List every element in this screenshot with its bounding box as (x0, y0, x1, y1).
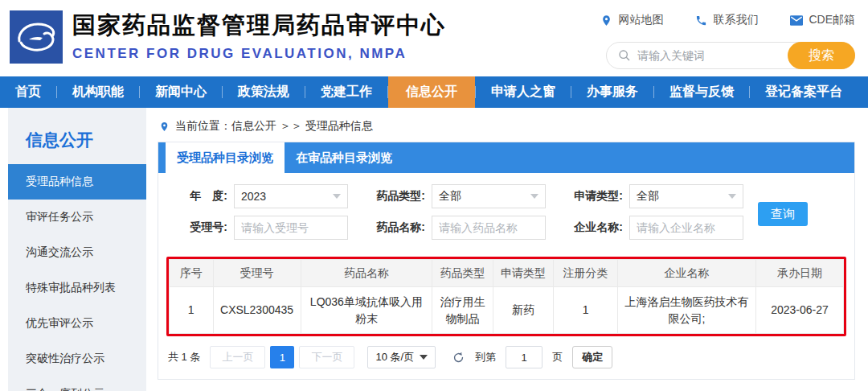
cell-date: 2023-06-27 (755, 287, 843, 334)
sidebar-item-accepted-varieties[interactable]: 受理品种信息 (8, 164, 146, 200)
next-page-button[interactable]: 下一页 (299, 346, 354, 368)
sidebar-item-special-approval[interactable]: 特殊审批品种列表 (8, 270, 146, 306)
col-header-accept-no: 受理号 (213, 260, 301, 287)
pagination: 共 1 条 上一页 1 下一页 10 条/页 到第 页 确定 (158, 336, 854, 368)
goto-unit: 页 (552, 350, 563, 364)
nav-item-party[interactable]: 党建工作 (305, 76, 387, 108)
sidebar-item-three-in-one[interactable]: 三合一序列公示 (8, 377, 146, 391)
chevron-down-icon (530, 194, 538, 199)
year-value: 2023 (241, 190, 266, 203)
cell-drug-type: 治疗用生物制品 (432, 287, 493, 334)
chevron-down-icon (333, 194, 341, 199)
tab-strip: 受理品种目录浏览 在审品种目录浏览 (158, 142, 854, 173)
nav-item-info-disclosure[interactable]: 信息公开 (388, 76, 475, 108)
brand-block: 国家药品监督管理局药品审评中心 CENTER FOR DRUG EVALUATI… (72, 10, 446, 62)
cell-company: 上海洛启生物医药技术有限公司; (617, 287, 755, 334)
search-bar: 搜索 (606, 42, 855, 69)
refresh-icon[interactable] (452, 351, 465, 364)
company-input[interactable] (629, 216, 743, 240)
filter-form: 年 度: 2023 药品类型: 全部 申请类型: 全部 (158, 173, 854, 255)
page-size-value: 10 条/页 (375, 350, 414, 364)
nav-item-registration[interactable]: 登记备案平台 (750, 76, 858, 108)
goto-page-input[interactable] (506, 346, 542, 368)
mailbox-link[interactable]: CDE邮箱 (790, 13, 855, 27)
nav-item-policy[interactable]: 政策法规 (223, 76, 305, 108)
drug-type-label: 药品类型: (366, 189, 425, 204)
sidebar-item-communication[interactable]: 沟通交流公示 (8, 235, 146, 270)
tab-under-review-catalog[interactable]: 在审品种目录浏览 (285, 142, 403, 173)
mailbox-label: CDE邮箱 (809, 13, 855, 27)
apply-type-select[interactable]: 全部 (629, 184, 743, 208)
cell-reg-class: 1 (554, 287, 618, 334)
apply-type-value: 全部 (637, 189, 659, 204)
site-subtitle: CENTER FOR DRUG EVALUATION, NMPA (72, 46, 446, 62)
contact-label: 联系我们 (713, 13, 758, 27)
col-header-reg-class: 注册分类 (554, 260, 618, 287)
year-select[interactable]: 2023 (234, 184, 348, 208)
col-header-drug-name: 药品名称 (301, 260, 432, 287)
table-header-row: 序号 受理号 药品名称 药品类型 申请类型 注册分类 企业名称 承办日期 (170, 260, 844, 287)
sidebar-item-priority-review[interactable]: 优先审评公示 (8, 306, 146, 341)
content-panel: 受理品种目录浏览 在审品种目录浏览 年 度: 2023 药品类型: 全部 申请类… (158, 142, 855, 380)
sidebar-item-breakthrough-therapy[interactable]: 突破性治疗公示 (8, 341, 146, 377)
nav-item-functions[interactable]: 机构职能 (57, 76, 139, 108)
nav-padding (858, 76, 868, 108)
sitemap-link[interactable]: 网站地图 (600, 13, 663, 27)
drug-name-input[interactable] (432, 216, 546, 240)
filter-row-1: 年 度: 2023 药品类型: 全部 申请类型: 全部 (168, 184, 854, 208)
nav-item-news[interactable]: 新闻中心 (140, 76, 222, 108)
cell-seq: 1 (170, 287, 214, 334)
contact-link[interactable]: 联系我们 (695, 13, 758, 27)
breadcrumb: 当前位置：信息公开 ＞＞ 受理品种信息 (158, 108, 855, 142)
accept-no-label: 受理号: (168, 220, 227, 235)
page-body: 信息公开 受理品种信息 审评任务公示 沟通交流公示 特殊审批品种列表 优先审评公… (0, 108, 868, 391)
search-button[interactable]: 搜索 (788, 42, 855, 69)
company-label: 企业名称: (563, 220, 623, 235)
col-header-drug-type: 药品类型 (432, 260, 493, 287)
sidebar-item-review-tasks[interactable]: 审评任务公示 (8, 200, 146, 235)
nav-item-home[interactable]: 首页 (0, 76, 56, 108)
top-links: 网站地图 联系我们 CDE邮箱 (600, 13, 855, 27)
main-nav: 首页 机构职能 新闻中心 政策法规 党建工作 信息公开 申请人之窗 办事服务 监… (0, 76, 868, 108)
confirm-button[interactable]: 确定 (572, 346, 612, 368)
drug-type-select[interactable]: 全部 (432, 184, 546, 208)
site-header: 国家药品监督管理局药品审评中心 CENTER FOR DRUG EVALUATI… (0, 0, 868, 76)
search-input[interactable] (637, 49, 788, 62)
total-count: 共 1 条 (168, 350, 200, 364)
mail-icon (790, 15, 803, 26)
results-table: 序号 受理号 药品名称 药品类型 申请类型 注册分类 企业名称 承办日期 1 (169, 259, 844, 334)
prev-page-button[interactable]: 上一页 (210, 346, 265, 368)
breadcrumb-text: 当前位置：信息公开 ＞＞ 受理品种信息 (175, 119, 373, 134)
cell-accept-no: CXSL2300435 (213, 287, 301, 334)
year-label: 年 度: (168, 189, 227, 204)
page-number-button[interactable]: 1 (270, 346, 294, 368)
col-header-seq: 序号 (170, 260, 214, 287)
col-header-date: 承办日期 (755, 260, 843, 287)
chevron-down-icon (728, 194, 736, 199)
nav-item-applicant[interactable]: 申请人之窗 (476, 76, 571, 108)
highlight-red-box: 序号 受理号 药品名称 药品类型 申请类型 注册分类 企业名称 承办日期 1 (166, 257, 846, 336)
sitemap-label: 网站地图 (618, 13, 663, 27)
nav-item-services[interactable]: 办事服务 (571, 76, 653, 108)
sidebar-title: 信息公开 (8, 121, 146, 164)
cde-logo-icon (10, 10, 63, 64)
goto-label: 到第 (475, 350, 496, 364)
phone-icon (695, 14, 707, 27)
apply-type-label: 申请类型: (563, 189, 623, 204)
nav-item-supervision[interactable]: 监督与反馈 (654, 76, 749, 108)
col-header-apply-type: 申请类型 (493, 260, 554, 287)
main-content: 当前位置：信息公开 ＞＞ 受理品种信息 受理品种目录浏览 在审品种目录浏览 年 … (158, 108, 855, 391)
page-size-select[interactable]: 10 条/页 (367, 346, 436, 368)
cell-drug-name: LQ036单域抗体吸入用粉末 (301, 287, 432, 334)
tab-accepted-catalog[interactable]: 受理品种目录浏览 (166, 142, 285, 173)
filter-row-2: 受理号: 药品名称: 企业名称: (168, 216, 854, 240)
col-header-company: 企业名称 (617, 260, 755, 287)
cell-apply-type: 新药 (493, 287, 554, 334)
table-row: 1 CXSL2300435 LQ036单域抗体吸入用粉末 治疗用生物制品 新药 … (170, 287, 844, 334)
map-pin-icon (600, 14, 612, 27)
site-title: 国家药品监督管理局药品审评中心 (72, 10, 446, 42)
location-pin-icon (159, 121, 170, 133)
query-button[interactable]: 查询 (758, 202, 808, 226)
sidebar: 信息公开 受理品种信息 审评任务公示 沟通交流公示 特殊审批品种列表 优先审评公… (8, 108, 146, 391)
accept-no-input[interactable] (234, 216, 348, 240)
